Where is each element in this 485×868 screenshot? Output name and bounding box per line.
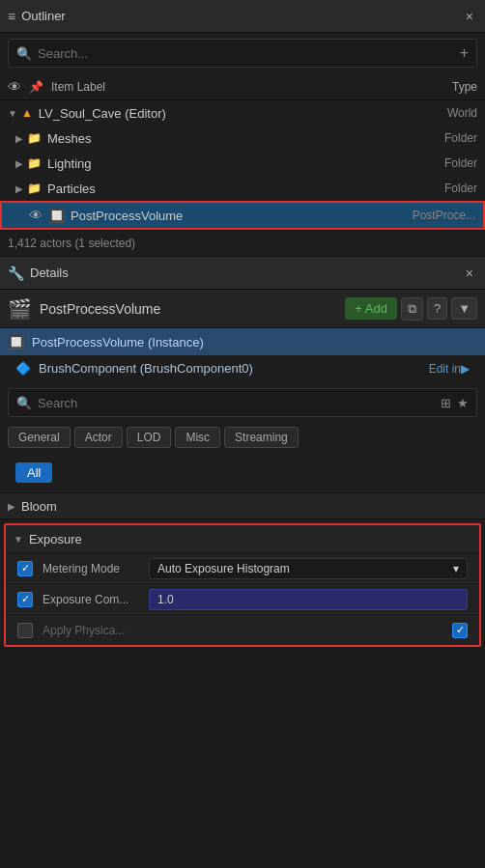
metering-mode-label: Metering Mode <box>43 562 149 575</box>
details-header: 🔧 Details × <box>0 257 485 290</box>
brush-row: 🔷 BrushComponent (BrushComponent0) Edit … <box>0 355 485 382</box>
folder-icon: 📁 <box>27 131 42 145</box>
star-icon: ★ <box>457 396 469 410</box>
apply-physical-checkbox[interactable] <box>17 623 33 638</box>
tab-actor[interactable]: Actor <box>74 427 123 448</box>
wrench-icon: 🔧 <box>8 266 24 281</box>
metering-mode-text: Auto Exposure Histogram <box>157 562 290 575</box>
search-plus-icon: + <box>460 44 469 62</box>
exposure-section-header[interactable]: ▼ Exposure <box>6 525 479 552</box>
exposure-comp-text: 1.0 <box>157 593 174 606</box>
apply-physical-row: Apply Physica... ✓ <box>6 614 479 645</box>
metering-mode-value[interactable]: Auto Exposure Histogram ▾ <box>149 558 468 579</box>
tree-type: PostProce... <box>413 209 475 222</box>
exposure-label: Exposure <box>29 532 82 546</box>
instance-label: PostProcessVolume (Instance) <box>32 335 204 350</box>
apply-physical-label: Apply Physica... <box>43 624 125 637</box>
outliner-header: ≡ Outliner × <box>0 0 485 33</box>
folder-icon: 📁 <box>27 156 42 170</box>
tab-lod[interactable]: LOD <box>127 427 172 448</box>
search-icon: 🔍 <box>16 396 32 410</box>
tree-type: World <box>400 106 477 120</box>
tree-item-lighting[interactable]: ▶ 📁 Lighting Folder <box>0 151 485 176</box>
details-search-input[interactable] <box>38 396 435 410</box>
outliner-panel: ≡ Outliner × 🔍 + 👁 📌 Item Label Type ▼ ▲… <box>0 0 485 257</box>
tree-item-meshes[interactable]: ▶ 📁 Meshes Folder <box>0 126 485 151</box>
tree-type: Folder <box>400 131 477 145</box>
exposure-comp-value[interactable]: 1.0 <box>149 589 468 610</box>
tree-arrow-right-icon: ▶ <box>15 133 23 144</box>
tree-item-ppv[interactable]: 👁 🔲 PostProcessVolume PostProce... <box>0 201 485 230</box>
tree-label: LV_Soul_Cave (Editor) <box>39 106 400 121</box>
tree-arrow-down-icon: ▼ <box>8 108 17 119</box>
tree-item-lv-soul-cave[interactable]: ▼ ▲ LV_Soul_Cave (Editor) World <box>0 100 485 126</box>
dropdown-chevron-icon: ▾ <box>453 562 459 575</box>
item-label-column: Item Label <box>51 80 400 94</box>
outliner-close-button[interactable]: × <box>462 7 477 26</box>
tree-label: Particles <box>47 182 400 196</box>
details-title: Details <box>30 266 462 280</box>
outliner-title: Outliner <box>21 9 462 23</box>
actor-count: 1,412 actors (1 selected) <box>0 230 485 256</box>
checkmark-icon: ✓ <box>21 562 30 574</box>
tree-type: Folder <box>400 182 477 195</box>
folder-icon: 📁 <box>27 182 42 195</box>
ppv-icon: 🔲 <box>48 208 65 223</box>
outliner-search-bar[interactable]: 🔍 + <box>8 39 477 68</box>
filter-tabs: General Actor LOD Misc Streaming <box>0 423 485 453</box>
search-icon: 🔍 <box>16 46 32 61</box>
exposure-arrow-icon: ▼ <box>14 534 23 545</box>
type-column: Type <box>400 80 477 94</box>
bloom-arrow-icon: ▶ <box>8 501 15 512</box>
exposure-section: ▼ Exposure ✓ Metering Mode Auto Exposure… <box>4 523 481 647</box>
brush-icon: 🔷 <box>15 361 31 376</box>
all-button[interactable]: All <box>15 462 52 483</box>
column-headers: 👁 📌 Item Label Type <box>0 73 485 100</box>
details-panel: 🔧 Details × 🎬 PostProcessVolume + Add ⧉ … <box>0 257 485 647</box>
menu-icon: ≡ <box>8 9 15 24</box>
brush-label: BrushComponent (BrushComponent0) <box>39 361 429 376</box>
tab-general[interactable]: General <box>8 427 71 448</box>
checkmark-icon: ✓ <box>21 593 30 605</box>
copy-button[interactable]: ⧉ <box>401 297 423 321</box>
grid-icon: ⊞ <box>441 396 451 410</box>
instance-icon: 🔲 <box>8 334 24 350</box>
tree-arrow-right-icon: ▶ <box>15 183 23 194</box>
exposure-comp-checkbox[interactable]: ✓ <box>17 592 33 607</box>
component-name: PostProcessVolume <box>40 301 345 317</box>
exposure-comp-row: ✓ Exposure Com... 1.0 <box>6 583 479 614</box>
details-search-bar[interactable]: 🔍 ⊞ ★ <box>8 388 477 417</box>
metering-mode-row: ✓ Metering Mode Auto Exposure Histogram … <box>6 552 479 583</box>
bloom-label: Bloom <box>21 499 57 514</box>
outliner-search-input[interactable] <box>38 46 460 61</box>
instance-row[interactable]: 🔲 PostProcessVolume (Instance) <box>0 328 485 355</box>
visibility-header-icon: 👁 <box>8 79 21 95</box>
tree-item-particles[interactable]: ▶ 📁 Particles Folder <box>0 176 485 201</box>
metering-mode-checkbox[interactable]: ✓ <box>17 561 33 576</box>
apply-physical-value-checkbox[interactable]: ✓ <box>452 623 468 638</box>
help-button[interactable]: ? <box>427 297 447 320</box>
tree-label: PostProcessVolume <box>71 209 413 223</box>
tree-label: Meshes <box>47 131 400 146</box>
tree-label: Lighting <box>47 156 400 171</box>
checkmark-icon: ✓ <box>456 624 465 636</box>
world-icon: ▲ <box>21 106 33 120</box>
tree-type: Folder <box>400 156 477 170</box>
component-bar: 🎬 PostProcessVolume + Add ⧉ ? ▼ <box>0 290 485 328</box>
more-button[interactable]: ▼ <box>451 297 477 320</box>
edit-in-arrow-icon: ▶ <box>461 362 470 376</box>
details-close-button[interactable]: × <box>462 264 477 283</box>
all-button-container: All <box>0 453 485 492</box>
eye-icon: 👁 <box>29 208 43 223</box>
tree-arrow-right-icon: ▶ <box>15 158 23 169</box>
tab-misc[interactable]: Misc <box>175 427 220 448</box>
exposure-comp-label: Exposure Com... <box>43 593 149 606</box>
component-icon: 🎬 <box>8 297 32 321</box>
edit-in-button[interactable]: Edit in <box>429 362 461 376</box>
add-button[interactable]: + Add <box>345 297 397 320</box>
pin-header-icon: 📌 <box>29 80 43 94</box>
bloom-section-header[interactable]: ▶ Bloom <box>0 492 485 519</box>
tab-streaming[interactable]: Streaming <box>224 427 299 448</box>
